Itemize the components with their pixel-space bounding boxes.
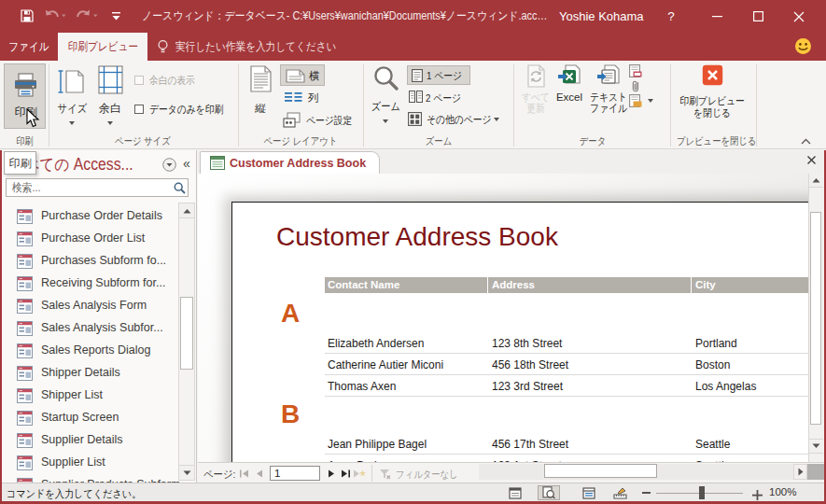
group-label-zoom: ズーム [399, 134, 479, 147]
collapse-ribbon-button[interactable] [801, 132, 818, 145]
report-row: Thomas Axen 123 3rd Street Los Angelas [325, 375, 808, 397]
portrait-icon [250, 65, 272, 92]
document-tab[interactable]: Customer Address Book [200, 151, 380, 174]
nav-list-item[interactable]: Shipper List [2, 385, 179, 407]
columns-button-label: 列 [308, 91, 319, 105]
report-section-rows: Jean Philippe Bagel 456 17th Street Seat… [232, 433, 808, 463]
ribbon-separator [756, 64, 757, 147]
size-button[interactable]: サイズ [54, 65, 90, 125]
report-column-header: Contact Name Address City [325, 277, 808, 293]
vertical-scrollbar-thumb[interactable] [810, 212, 821, 425]
column-header-city: City [695, 279, 716, 290]
layout-view-button[interactable] [578, 485, 600, 500]
nav-object-list: Purchase Order Details Purchase Order Li… [2, 205, 179, 483]
page-setup-button-label: ページ設定 [306, 114, 352, 128]
cell-city: Los Angelas [695, 380, 756, 393]
help-button[interactable]: ? [658, 0, 684, 33]
report-page: Customer Address Book Contact Name Addre… [231, 202, 808, 463]
document-close-icon[interactable] [803, 152, 819, 169]
save-icon[interactable] [20, 7, 35, 24]
first-record-button[interactable] [237, 467, 250, 480]
more-pages-button[interactable]: その他のページ [407, 111, 510, 128]
nav-scrollbar-thumb[interactable] [180, 297, 193, 370]
current-page-input[interactable]: 1 [270, 466, 320, 481]
search-icon[interactable] [174, 181, 186, 198]
close-button[interactable] [778, 0, 819, 33]
cell-city: Seattle [695, 438, 730, 451]
horizontal-scrollbar-thumb[interactable] [544, 464, 657, 478]
more-export-icon [629, 94, 642, 107]
nav-list-item[interactable]: Purchase Order Details [2, 205, 179, 228]
nav-list-item[interactable]: Supplier Details [2, 429, 179, 452]
undo-icon[interactable] [44, 7, 66, 24]
scroll-up-icon[interactable] [178, 203, 195, 218]
zoom-button-label: ズーム [371, 99, 399, 115]
zoom-magnifier-icon [372, 65, 399, 92]
one-page-button[interactable]: 1 ページ [407, 65, 470, 85]
close-print-preview-button[interactable]: 印刷プレビューを閉じる [673, 64, 751, 119]
nav-list-item[interactable]: Supplier List [2, 452, 179, 474]
vertical-scrollbar[interactable] [808, 174, 822, 463]
form-icon [17, 455, 33, 474]
pdf-xps-button[interactable] [629, 64, 643, 78]
two-pages-button[interactable]: 2 ページ [407, 90, 510, 106]
email-attach-button[interactable] [630, 79, 644, 93]
print-data-only-checkbox[interactable] [134, 105, 144, 114]
design-view-button[interactable] [609, 485, 631, 500]
one-page-button-label: 1 ページ [427, 69, 462, 83]
last-record-button[interactable] [339, 467, 352, 480]
filter-status-label: フィルターなし [396, 468, 458, 482]
zoom-percentage[interactable]: 100% [769, 486, 796, 497]
margins-button[interactable]: 余白 [93, 65, 127, 125]
scroll-down-icon[interactable] [178, 465, 195, 481]
excel-export-button[interactable]: Excel [554, 64, 584, 103]
refresh-all-button[interactable]: すべて更新 [516, 64, 555, 114]
show-margins-checkbox[interactable] [134, 76, 144, 85]
zoom-button[interactable]: ズーム [369, 65, 402, 123]
tab-file[interactable]: ファイル [5, 33, 54, 61]
nav-list-item[interactable]: Supplier Products Subform [2, 474, 179, 483]
nav-list-item[interactable]: Sales Reports Dialog [2, 340, 179, 362]
next-record-button[interactable] [325, 467, 338, 480]
print-preview-canvas[interactable]: Customer Address Book Contact Name Addre… [198, 174, 808, 463]
report-view-button[interactable] [504, 485, 526, 500]
nav-list-item[interactable]: Shipper Details [2, 362, 179, 385]
redo-icon[interactable] [76, 7, 98, 24]
refresh-all-label: すべて更新 [519, 91, 553, 114]
scroll-down-icon[interactable] [809, 439, 823, 454]
form-icon [17, 276, 33, 295]
qat-customize-icon[interactable] [111, 7, 122, 24]
tellme-box[interactable]: 実行したい作業を入力してください [157, 33, 365, 61]
nav-pane-shutter-button[interactable]: « [180, 155, 193, 172]
nav-scrollbar[interactable] [178, 203, 195, 480]
scrollbar-corner [807, 464, 826, 480]
text-file-export-button[interactable]: テキスト ファイル [585, 64, 632, 114]
landscape-button[interactable]: 横 [280, 64, 325, 86]
nav-list-item[interactable]: Startup Screen [2, 407, 179, 429]
user-name[interactable]: Yoshie Kohama [559, 0, 644, 33]
maximize-button[interactable] [737, 0, 778, 33]
scroll-right-icon[interactable] [793, 464, 807, 480]
zoom-out-button[interactable] [642, 492, 651, 494]
tab-print-preview[interactable]: 印刷プレビュー [58, 33, 147, 61]
portrait-button[interactable]: 縦 [244, 65, 277, 117]
nav-list-item[interactable]: Sales Analysis Form [2, 295, 179, 317]
nav-list-item[interactable]: Receiving Subform for... [2, 273, 179, 295]
group-label-print: 印刷 [7, 134, 42, 147]
feedback-smiley-icon[interactable] [794, 37, 812, 59]
nav-list-item[interactable]: Sales Analysis Subfor... [2, 317, 179, 340]
zoom-slider-thumb[interactable] [699, 486, 705, 499]
print-data-only-label: データのみを印刷 [149, 103, 223, 117]
page-setup-icon [283, 112, 302, 128]
print-preview-view-button[interactable] [538, 485, 560, 500]
nav-pane-menu-icon[interactable] [162, 158, 176, 175]
nav-list-item[interactable]: Purchase Order List [2, 228, 179, 250]
nav-list-item[interactable]: Purchases Subform fo... [2, 250, 179, 273]
more-export-button[interactable] [629, 94, 653, 108]
minimize-button[interactable] [696, 0, 737, 33]
scroll-up-icon[interactable] [809, 174, 823, 188]
new-record-button[interactable] [353, 467, 366, 480]
previous-record-button[interactable] [253, 467, 266, 480]
report-row: Catherine Autier Miconi 456 18th Street … [325, 354, 808, 375]
paperclip-icon [630, 79, 641, 92]
